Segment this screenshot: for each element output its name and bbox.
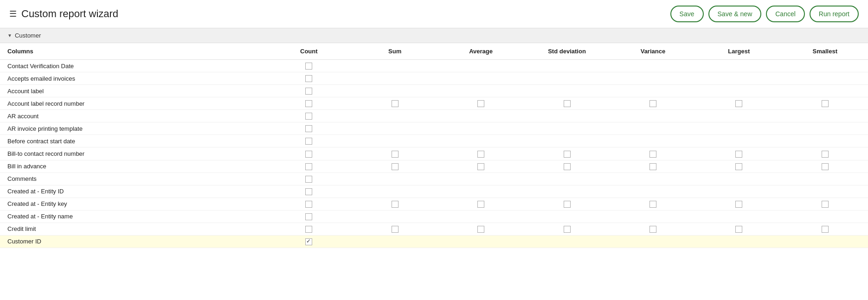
checkbox[interactable]	[305, 226, 312, 233]
checkbox[interactable]	[305, 88, 312, 95]
save-button[interactable]: Save	[670, 6, 704, 22]
checkbox[interactable]	[735, 163, 742, 170]
header: ☰ Custom report wizard Save Save & new C…	[0, 0, 868, 28]
checkbox[interactable]	[305, 188, 312, 195]
table-row: Contact Verification Date	[0, 60, 868, 72]
table-row: Account label	[0, 85, 868, 97]
checkbox[interactable]	[564, 226, 571, 233]
checkbox[interactable]	[822, 226, 829, 233]
checkbox[interactable]	[564, 100, 571, 107]
table-row: Created at - Entity ID	[0, 185, 868, 198]
col-header-smallest: Smallest	[782, 43, 868, 60]
collapse-icon: ▼	[7, 33, 12, 38]
checkbox[interactable]	[305, 201, 312, 208]
report-table: Columns Count Sum Average Std deviation …	[0, 43, 868, 248]
checkbox[interactable]	[822, 151, 829, 158]
table-row: Comments	[0, 172, 868, 185]
checkbox[interactable]	[305, 125, 312, 132]
checkbox[interactable]	[477, 226, 484, 233]
row-label: Credit limit	[0, 223, 266, 235]
checkbox[interactable]	[392, 151, 399, 158]
run-report-button[interactable]: Run report	[810, 6, 859, 22]
col-header-std-deviation: Std deviation	[524, 43, 610, 60]
checkbox[interactable]	[477, 100, 484, 107]
checkbox[interactable]	[392, 201, 399, 208]
table-row: Created at - Entity key	[0, 198, 868, 210]
col-header-columns: Columns	[0, 43, 266, 60]
checkbox[interactable]	[305, 163, 312, 170]
col-header-variance: Variance	[610, 43, 696, 60]
checkbox[interactable]	[735, 201, 742, 208]
row-label: AR account	[0, 110, 266, 122]
checkbox[interactable]	[735, 100, 742, 107]
checkbox[interactable]	[392, 226, 399, 233]
checkbox[interactable]	[822, 100, 829, 107]
table-row: Created at - Entity name	[0, 210, 868, 223]
col-header-average: Average	[438, 43, 524, 60]
table-row: Credit limit	[0, 223, 868, 235]
checkbox[interactable]	[649, 226, 656, 233]
checkbox[interactable]	[735, 226, 742, 233]
row-label: Created at - Entity name	[0, 210, 266, 223]
row-label: AR invoice printing template	[0, 122, 266, 135]
checkbox[interactable]	[564, 151, 571, 158]
row-label: Before contract start date	[0, 135, 266, 147]
table-row: Account label record number	[0, 97, 868, 110]
table-row: Customer ID	[0, 235, 868, 248]
table-row: AR invoice printing template	[0, 122, 868, 135]
checkbox[interactable]	[305, 75, 312, 82]
table-header-row: Columns Count Sum Average Std deviation …	[0, 43, 868, 60]
checkbox[interactable]	[477, 151, 484, 158]
row-label: Customer ID	[0, 235, 266, 248]
row-label: Bill-to contact record number	[0, 147, 266, 160]
checkbox[interactable]	[564, 163, 571, 170]
checkbox[interactable]	[477, 201, 484, 208]
checkbox[interactable]	[649, 201, 656, 208]
checkbox[interactable]	[305, 63, 312, 70]
col-header-largest: Largest	[696, 43, 782, 60]
checkbox[interactable]	[564, 201, 571, 208]
header-buttons: Save Save & new Cancel Run report	[670, 6, 859, 22]
page-title: Custom report wizard	[21, 8, 118, 20]
row-label: Account label	[0, 85, 266, 97]
hamburger-icon[interactable]: ☰	[9, 9, 17, 19]
checkbox[interactable]	[822, 163, 829, 170]
table-row: Before contract start date	[0, 135, 868, 147]
save-new-button[interactable]: Save & new	[708, 6, 762, 22]
row-label: Accepts emailed invoices	[0, 72, 266, 85]
checkbox[interactable]	[822, 201, 829, 208]
col-header-count: Count	[266, 43, 352, 60]
table-row: Bill-to contact record number	[0, 147, 868, 160]
section-header[interactable]: ▼ Customer	[0, 28, 868, 43]
checkbox[interactable]	[735, 151, 742, 158]
checkbox[interactable]	[392, 100, 399, 107]
row-label: Bill in advance	[0, 160, 266, 172]
row-label: Account label record number	[0, 97, 266, 110]
row-label: Created at - Entity key	[0, 198, 266, 210]
row-label: Contact Verification Date	[0, 60, 266, 72]
checkbox[interactable]	[392, 163, 399, 170]
checkbox[interactable]	[649, 163, 656, 170]
row-label: Comments	[0, 172, 266, 185]
checkbox[interactable]	[305, 151, 312, 158]
checkbox[interactable]	[477, 163, 484, 170]
checkbox[interactable]	[305, 238, 312, 245]
checkbox[interactable]	[305, 176, 312, 183]
checkbox[interactable]	[305, 113, 312, 120]
checkbox[interactable]	[305, 100, 312, 107]
row-label: Created at - Entity ID	[0, 185, 266, 198]
table-row: Accepts emailed invoices	[0, 72, 868, 85]
cancel-button[interactable]: Cancel	[766, 6, 805, 22]
col-header-sum: Sum	[352, 43, 438, 60]
checkbox[interactable]	[305, 138, 312, 145]
header-left: ☰ Custom report wizard	[9, 8, 118, 20]
checkbox[interactable]	[649, 100, 656, 107]
table-row: AR account	[0, 110, 868, 122]
checkbox[interactable]	[305, 213, 312, 220]
table-row: Bill in advance	[0, 160, 868, 172]
section-label: Customer	[15, 32, 41, 39]
checkbox[interactable]	[649, 151, 656, 158]
